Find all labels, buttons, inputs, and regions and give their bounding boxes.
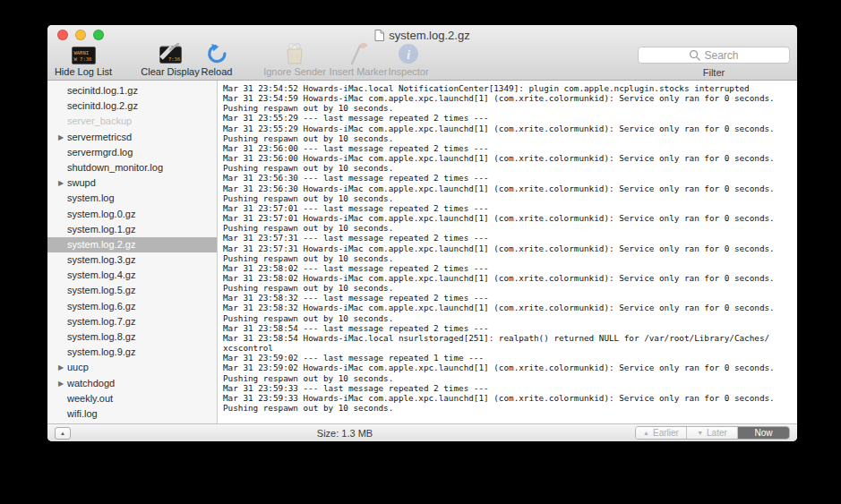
log-line: Pushing respawn out by 10 seconds. xyxy=(223,283,797,293)
log-line: Pushing respawn out by 10 seconds. xyxy=(223,223,797,233)
document-icon xyxy=(374,30,384,41)
sidebar-item-label: watchdogd xyxy=(67,376,115,391)
clear-display-icon: 7:36 xyxy=(159,43,183,64)
log-console-icon: WARNI W 7:36 xyxy=(72,47,96,64)
hide-log-list-button[interactable]: WARNI W 7:36 Hide Log List xyxy=(47,40,133,77)
log-line: Mar 31 23:58:32 Howards-iMac com.apple.x… xyxy=(223,303,797,312)
log-line: Mar 31 23:58:54 Howards-iMac.local nsurl… xyxy=(223,333,797,343)
sidebar-log-item[interactable]: ▶ system.log.6.gz xyxy=(47,299,217,314)
sidebar-item-label: uucp xyxy=(67,360,89,375)
sidebar-log-item[interactable]: ▶ system.log.1.gz xyxy=(47,222,217,237)
sidebar-log-item[interactable]: ▶ wifi.log xyxy=(47,406,217,422)
up-arrow-icon: ▲ xyxy=(643,430,649,436)
sidebar-log-item[interactable]: ▶ system.log.8.gz xyxy=(47,329,217,345)
sidebar-log-item[interactable]: ▶ system.log xyxy=(47,191,217,206)
file-size-label: Size: 1.3 MB xyxy=(317,428,373,439)
sidebar-log-item[interactable]: ▶ system.log.5.gz xyxy=(47,283,217,298)
log-line: Mar 31 23:58:02 --- last message repeate… xyxy=(223,263,797,273)
sidebar-item-label: wifi.log xyxy=(67,406,98,422)
sidebar-log-item[interactable]: ▶ secinitd.log.1.gz xyxy=(47,83,217,98)
console-window: system.log.2.gz WARNI W 7:36 Hide Log Li… xyxy=(47,25,797,441)
log-line: Mar 31 23:59:33 Howards-iMac com.apple.x… xyxy=(223,393,797,403)
main-area: ▶ secinitd.log.1.gz ▶ secinitd.log.2.gz … xyxy=(47,81,797,423)
sidebar-log-item[interactable]: ▶ weekly.out xyxy=(47,391,217,406)
sidebar-item-label: system.log.2.gz xyxy=(67,237,135,252)
sidebar-item-label: secinitd.log.1.gz xyxy=(67,83,138,98)
log-line: Mar 31 23:57:31 Howards-iMac com.apple.x… xyxy=(223,243,797,253)
log-line: Pushing respawn out by 10 seconds. xyxy=(223,373,797,383)
move-to-top-button[interactable]: ▲ xyxy=(55,427,71,440)
sidebar-log-item[interactable]: ▶ system.log.7.gz xyxy=(47,314,217,329)
inspector-button[interactable]: i Inspector xyxy=(373,40,444,77)
sidebar-log-item[interactable]: ▶ secinitd.log.2.gz xyxy=(47,98,217,114)
sidebar-item-label: system.log.6.gz xyxy=(67,299,135,314)
info-icon: i xyxy=(398,43,419,64)
up-arrow-icon: ▲ xyxy=(60,431,65,436)
sidebar-item-label: shutdown_monitor.log xyxy=(67,160,163,175)
sidebar-log-item[interactable]: ▶ system.log.0.gz xyxy=(47,207,217,222)
log-line: Mar 31 23:54:52 Howards-iMac.local Notif… xyxy=(223,83,797,93)
svg-text:7:36: 7:36 xyxy=(168,56,180,62)
log-line: Mar 31 23:56:00 --- last message repeate… xyxy=(223,143,797,153)
log-line: Mar 31 23:59:33 --- last message repeate… xyxy=(223,383,797,393)
log-line: Mar 31 23:57:01 --- last message repeate… xyxy=(223,203,797,213)
filter-label: Filter xyxy=(638,67,790,78)
sidebar-log-item[interactable]: ▶ shutdown_monitor.log xyxy=(47,160,217,175)
sidebar-log-item[interactable]: ▶ system.log.4.gz xyxy=(47,268,217,283)
log-line: Mar 31 23:58:02 Howards-iMac com.apple.x… xyxy=(223,273,797,283)
sidebar-log-item[interactable]: ▶ servermgrd.log xyxy=(47,145,217,160)
log-list-sidebar: ▶ secinitd.log.1.gz ▶ secinitd.log.2.gz … xyxy=(47,81,218,423)
sidebar-log-item[interactable]: ▶ system.log.9.gz xyxy=(47,345,217,360)
log-line: Mar 31 23:58:32 --- last message repeate… xyxy=(223,293,797,303)
log-line: Pushing respawn out by 10 seconds. xyxy=(223,253,797,263)
later-button[interactable]: ▼ Later xyxy=(687,427,738,439)
sidebar-item-label: servermgrd.log xyxy=(67,145,133,160)
earlier-button[interactable]: ▲ Earlier xyxy=(636,427,687,439)
log-line: Pushing respawn out by 10 seconds. xyxy=(223,133,797,143)
reload-label: Reload xyxy=(185,66,248,77)
log-line: Mar 31 23:57:31 --- last message repeate… xyxy=(223,233,797,243)
sidebar-log-item[interactable]: ▶ swupd xyxy=(47,175,217,191)
disclosure-triangle-icon[interactable]: ▶ xyxy=(58,175,67,191)
sidebar-item-label: secinitd.log.2.gz xyxy=(67,98,138,114)
sidebar-item-label: system.log.1.gz xyxy=(67,222,135,237)
time-navigation-control: ▲ Earlier ▼ Later Now xyxy=(635,426,790,440)
disclosure-triangle-icon[interactable]: ▶ xyxy=(58,130,67,145)
marker-flag-icon xyxy=(348,42,369,64)
search-input[interactable]: Search xyxy=(638,47,790,64)
sidebar-log-item[interactable]: ▶ uucp xyxy=(47,360,217,375)
log-line: Mar 31 23:55:29 --- last message repeate… xyxy=(223,113,797,123)
disclosure-triangle-icon[interactable]: ▶ xyxy=(58,376,67,391)
sidebar-item-label: system.log.7.gz xyxy=(67,314,135,329)
down-arrow-icon: ▼ xyxy=(697,430,703,436)
titlebar-toolbar: system.log.2.gz WARNI W 7:36 Hide Log Li… xyxy=(47,25,797,81)
log-line: Mar 31 23:56:30 --- last message repeate… xyxy=(223,173,797,183)
log-line: Mar 31 23:59:02 Howards-iMac com.apple.x… xyxy=(223,363,797,372)
reload-button[interactable]: Reload xyxy=(185,40,248,77)
sidebar-log-item[interactable]: ▶ system.log.3.gz xyxy=(47,252,217,268)
log-line: Mar 31 23:57:01 Howards-iMac com.apple.x… xyxy=(223,213,797,223)
log-line: Mar 31 23:56:30 Howards-iMac com.apple.x… xyxy=(223,184,797,193)
log-line: Mar 31 23:56:00 Howards-iMac com.apple.x… xyxy=(223,153,797,163)
sidebar-log-item[interactable]: ▶ servermetricsd xyxy=(47,130,217,145)
search-placeholder: Search xyxy=(704,49,738,62)
now-button[interactable]: Now xyxy=(738,427,789,439)
log-line: Pushing respawn out by 10 seconds. xyxy=(223,313,797,323)
earlier-label: Earlier xyxy=(653,428,679,438)
sidebar-item-label: weekly.out xyxy=(67,391,113,406)
disclosure-triangle-icon[interactable]: ▶ xyxy=(58,360,67,375)
status-bar: ▲ Size: 1.3 MB ▲ Earlier ▼ Later Now xyxy=(47,423,797,441)
log-line: Mar 31 23:55:29 Howards-iMac com.apple.x… xyxy=(223,124,797,133)
now-label: Now xyxy=(754,428,772,438)
sidebar-item-label: system.log.0.gz xyxy=(67,207,135,222)
sidebar-item-label: server_backup xyxy=(67,114,132,129)
sidebar-item-label: system.log.3.gz xyxy=(67,252,135,268)
search-area: Search Filter xyxy=(638,47,790,78)
log-content[interactable]: Mar 31 23:54:52 Howards-iMac.local Notif… xyxy=(218,81,797,423)
inspector-label: Inspector xyxy=(373,66,444,77)
sidebar-log-item[interactable]: ▶ watchdogd xyxy=(47,376,217,391)
sidebar-log-item[interactable]: ▶ system.log.2.gz xyxy=(47,237,217,252)
sidebar-item-label: system.log.5.gz xyxy=(67,283,135,298)
sidebar-item-label: system.log.8.gz xyxy=(67,329,135,345)
sidebar-log-item[interactable]: ▶ server_backup xyxy=(47,114,217,129)
